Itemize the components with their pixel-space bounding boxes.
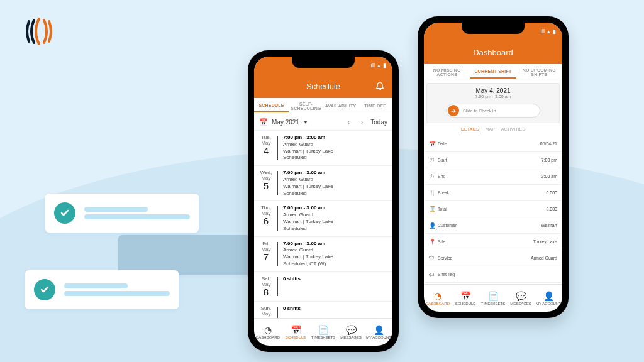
tab-bar: ◔DASHBOARD📅SCHEDULE📄TIMESHEETS💬MESSAGES👤… <box>254 318 392 346</box>
detail-tab-activities[interactable]: ACTIVITIES <box>501 127 525 133</box>
row-value: 7:00 pm <box>541 158 557 162</box>
row-key: End <box>438 174 541 178</box>
segment-current-shift[interactable]: CURRENT SHIFT <box>470 65 516 79</box>
tab-label: TIMESHEETS <box>481 302 505 305</box>
shift-card: May 4, 2021 7:00 pm - 3:00 am ➔ Slide to… <box>426 83 560 123</box>
tab-messages[interactable]: 💬MESSAGES <box>337 319 365 346</box>
segment-time-off[interactable]: TIME OFF <box>358 100 392 112</box>
row-icon: 📍 <box>429 239 438 245</box>
dashboard-segments: NO MISSING ACTIONSCURRENT SHIFTNO UPCOMI… <box>424 64 562 80</box>
detail-row-break: 🍴Break0.000 <box>425 185 561 201</box>
tab-icon: 👤 <box>374 326 384 334</box>
date-cell: Sun,May9 <box>254 302 278 318</box>
row-icon: 👤 <box>429 222 438 229</box>
check-icon <box>34 279 55 300</box>
shift-cell: 7:00 pm - 3:00 amArmed GuardWalmart | Tu… <box>278 237 392 272</box>
row-icon: ⌛ <box>429 206 438 212</box>
tab-icon: ◔ <box>264 326 272 334</box>
date-cell: Tue,May4 <box>254 131 278 165</box>
tab-dashboard[interactable]: ◔DASHBOARD <box>424 285 452 312</box>
signal-icon: ıll <box>371 62 375 69</box>
tab-schedule[interactable]: 📅SCHEDULE <box>282 319 309 346</box>
battery-icon: ▮ <box>553 28 556 35</box>
schedule-row[interactable]: Sun,May90 shifts <box>254 302 392 318</box>
tab-timesheets[interactable]: 📄TIMESHEETS <box>309 319 337 346</box>
nav-bar: Schedule <box>254 74 392 98</box>
shift-cell: 7:00 pm - 3:00 amArmed GuardWalmart | Tu… <box>278 201 392 236</box>
row-value: 0.000 <box>546 190 557 195</box>
detail-row-total: ⌛Total8.000 <box>425 201 561 217</box>
tab-my-account[interactable]: 👤MY ACCOUNT <box>535 285 562 312</box>
phone-notch <box>462 23 525 34</box>
row-icon: 🏷 <box>429 272 438 278</box>
tab-icon: ◔ <box>434 292 441 300</box>
row-key: Shift Tag <box>438 272 557 277</box>
segment-schedule[interactable]: SCHEDULE <box>254 99 289 112</box>
tab-label: MY ACCOUNT <box>366 336 391 339</box>
decorative-card <box>45 194 199 233</box>
date-cell: Thu,May6 <box>254 201 278 236</box>
arrow-right-icon: ➔ <box>448 105 459 116</box>
schedule-row[interactable]: Thu,May67:00 pm - 3:00 amArmed GuardWalm… <box>254 201 392 236</box>
tab-icon: 📅 <box>291 326 301 334</box>
tab-icon: 💬 <box>516 292 526 300</box>
detail-row-date: 📅Date05/04/21 <box>425 136 561 152</box>
prev-month[interactable]: ‹ <box>344 119 353 126</box>
row-value: 8.000 <box>546 207 557 211</box>
schedule-row[interactable]: Sat,May80 shifts <box>254 272 392 302</box>
shift-cell: 7:00 pm - 3:00 amArmed GuardWalmart | Tu… <box>278 131 392 165</box>
decorative-cards <box>45 194 199 347</box>
tab-icon: 👤 <box>543 292 554 300</box>
month-picker: 📅 May 2021 ▼ ‹ › Today <box>254 114 392 131</box>
chevron-down-icon[interactable]: ▼ <box>303 119 308 125</box>
segment-self-scheduling[interactable]: SELF-SCHEDULING <box>289 98 323 114</box>
signal-icon: ıll <box>541 28 545 35</box>
detail-tab-map[interactable]: MAP <box>486 127 495 133</box>
schedule-segments: SCHEDULESELF-SCHEDULINGAVAILABILITYTIME … <box>254 98 392 114</box>
wifi-icon: ▴ <box>547 28 550 35</box>
schedule-row[interactable]: Fri,May77:00 pm - 3:00 amArmed GuardWalm… <box>254 237 392 272</box>
detail-tab-details[interactable]: DETAILS <box>461 127 479 133</box>
today-button[interactable]: Today <box>370 119 387 126</box>
tab-label: DASHBOARD <box>256 336 280 339</box>
battery-icon: ▮ <box>383 62 386 69</box>
tab-my-account[interactable]: 👤MY ACCOUNT <box>365 319 392 346</box>
detail-row-customer: 👤CustomerWalmart <box>425 217 561 234</box>
slide-label: Slide to Check in <box>463 109 496 113</box>
shift-cell: 0 shifts <box>278 302 392 318</box>
page-title: Dashboard <box>473 48 513 57</box>
row-icon: 🛡 <box>429 255 438 261</box>
segment-no-upcoming-shifts[interactable]: NO UPCOMING SHIFTS <box>516 64 562 80</box>
tab-dashboard[interactable]: ◔DASHBOARD <box>254 319 282 346</box>
tab-label: SCHEDULE <box>455 302 476 305</box>
shift-cell: 7:00 pm - 3:00 amArmed GuardWalmart | Tu… <box>278 166 392 200</box>
segment-availability[interactable]: AVAILABILITY <box>323 100 358 112</box>
schedule-row[interactable]: Tue,May47:00 pm - 3:00 amArmed GuardWalm… <box>254 131 392 166</box>
row-key: Total <box>438 207 546 211</box>
month-label[interactable]: May 2021 <box>272 119 299 126</box>
schedule-row[interactable]: Wed,May57:00 pm - 3:00 amArmed GuardWalm… <box>254 166 392 201</box>
tab-icon: 📅 <box>460 292 471 300</box>
tab-schedule[interactable]: 📅SCHEDULE <box>452 285 479 312</box>
calendar-icon[interactable]: 📅 <box>259 118 268 126</box>
next-month[interactable]: › <box>357 119 367 126</box>
phone-notch <box>292 57 355 68</box>
row-icon: ⏱ <box>429 173 438 180</box>
row-icon: 📅 <box>429 141 438 147</box>
details-list[interactable]: 📅Date05/04/21⏱Start7:00 pm⏱End3:00 am🍴Br… <box>424 136 562 284</box>
date-cell: Wed,May5 <box>254 166 278 200</box>
tab-timesheets[interactable]: 📄TIMESHEETS <box>479 285 507 312</box>
shift-date: May 4, 2021 <box>427 87 559 94</box>
tab-messages[interactable]: 💬MESSAGES <box>507 285 535 312</box>
slide-to-checkin[interactable]: ➔ Slide to Check in <box>446 104 540 118</box>
tab-label: MY ACCOUNT <box>536 302 561 305</box>
schedule-list[interactable]: Tue,May47:00 pm - 3:00 amArmed GuardWalm… <box>254 131 392 318</box>
row-value: Armed Guard <box>531 256 557 260</box>
bell-icon[interactable] <box>375 80 385 92</box>
row-key: Site <box>438 239 533 244</box>
row-icon: ⏱ <box>429 157 438 163</box>
segment-no-missing-actions[interactable]: NO MISSING ACTIONS <box>424 64 470 80</box>
tab-label: MESSAGES <box>340 336 362 339</box>
row-value: 3:00 am <box>541 174 557 178</box>
row-key: Date <box>438 141 540 146</box>
